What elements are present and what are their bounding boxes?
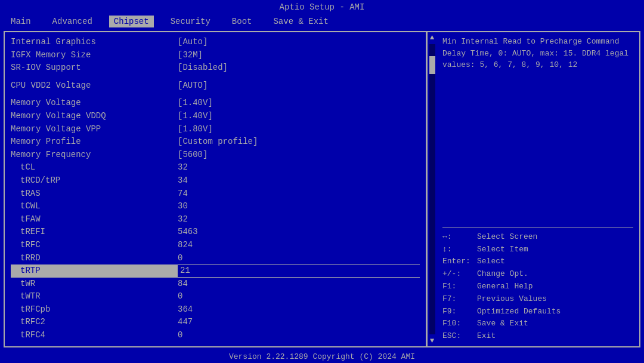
setting-row[interactable]: tREFI5463: [11, 226, 420, 239]
key-label: +/-:: [442, 268, 473, 281]
scrollbar[interactable]: ▲ ▼: [427, 32, 436, 346]
setting-value: [AUTO]: [178, 80, 420, 92]
setting-row[interactable]: tRFC40: [11, 329, 420, 342]
setting-value: 0: [178, 330, 420, 342]
setting-row[interactable]: tRFC824: [11, 239, 420, 252]
setting-row[interactable]: CPU VDD2 Voltage[AUTO]: [11, 79, 420, 93]
setting-row[interactable]: tRFCpb364: [11, 303, 420, 316]
setting-row[interactable]: Memory Profile[Custom profile]: [11, 136, 420, 149]
menu-item-advanced[interactable]: Advanced: [48, 16, 97, 27]
setting-row[interactable]: Internal Graphics[Auto]: [11, 36, 420, 49]
setting-value: 74: [178, 188, 420, 200]
key-label: ↕:: [442, 244, 473, 256]
key-help-row: Enter:Select: [442, 256, 633, 268]
title-bar: Aptio Setup - AMI: [0, 0, 644, 14]
setting-value: 34: [178, 175, 420, 187]
setting-row[interactable]: tRFC2447: [11, 316, 420, 329]
setting-value: 32: [178, 214, 420, 226]
setting-name: SR-IOV Support: [11, 62, 178, 74]
setting-name: Memory Voltage VPP: [11, 124, 178, 136]
footer-text: Version 2.22.1289 Copyright (C) 2024 AMI: [229, 352, 415, 361]
setting-name: tRRD: [11, 253, 178, 264]
key-action: Exit: [477, 330, 496, 343]
setting-row[interactable]: tCWL30: [11, 200, 420, 213]
key-help-row: ↕:Select Item: [442, 244, 633, 256]
menu-item-security[interactable]: Security: [166, 16, 215, 27]
left-panel: Internal Graphics[Auto]IGFX Memory Size[…: [5, 32, 427, 346]
menu-item-main[interactable]: Main: [6, 16, 36, 27]
setting-row[interactable]: tFAW32: [11, 213, 420, 226]
menu-bar: MainAdvancedChipsetSecurityBootSave & Ex…: [0, 14, 644, 29]
setting-name: tWTR: [11, 291, 178, 303]
key-action: Previous Values: [477, 293, 547, 306]
setting-value: 5463: [178, 226, 420, 238]
setting-row[interactable]: tRAS74: [11, 187, 420, 201]
scroll-thumb[interactable]: [429, 56, 435, 74]
key-action: Select Item: [477, 244, 528, 256]
setting-name: tCL: [11, 162, 178, 174]
menu-item-save---exit[interactable]: Save & Exit: [268, 16, 333, 27]
main-content: Internal Graphics[Auto]IGFX Memory Size[…: [4, 31, 640, 347]
scroll-track[interactable]: [429, 44, 435, 334]
scroll-down-arrow[interactable]: ▼: [430, 336, 434, 346]
setting-row[interactable]: tWTR0: [11, 290, 420, 303]
setting-value: 0: [178, 253, 420, 264]
setting-name: tREFI: [11, 226, 178, 238]
setting-value: 30: [178, 201, 420, 213]
spacer-3: [11, 75, 420, 79]
setting-row[interactable]: tRTP21: [11, 264, 420, 278]
setting-name: tRFC2: [11, 316, 178, 328]
setting-value: [5600]: [178, 149, 420, 161]
setting-name: tCWL: [11, 201, 178, 213]
setting-row[interactable]: Memory Voltage[1.40V]: [11, 97, 420, 110]
setting-row[interactable]: IGFX Memory Size[32M]: [11, 49, 420, 62]
key-label: ↔:: [442, 231, 473, 244]
setting-name: Memory Frequency: [11, 149, 178, 161]
key-help-row: F10:Save & Exit: [442, 318, 633, 330]
setting-row[interactable]: tRRD0: [11, 252, 420, 265]
help-text: Min Internal Read to Precharge Command D…: [442, 36, 633, 227]
setting-row[interactable]: Memory Frequency[5600]: [11, 149, 420, 162]
key-action: Save & Exit: [477, 318, 528, 330]
setting-row[interactable]: tCL32: [11, 161, 420, 174]
setting-name: Memory Profile: [11, 136, 178, 148]
setting-value: [1.80V]: [178, 124, 420, 136]
setting-value: [1.40V]: [178, 110, 420, 122]
footer: Version 2.22.1289 Copyright (C) 2024 AMI: [0, 350, 644, 363]
setting-row[interactable]: Memory Voltage VDDQ[1.40V]: [11, 110, 420, 123]
setting-value: 32: [178, 162, 420, 174]
key-action: General Help: [477, 281, 533, 293]
menu-item-boot[interactable]: Boot: [227, 16, 257, 27]
setting-value: 364: [178, 304, 420, 316]
setting-name: Memory Voltage VDDQ: [11, 110, 178, 122]
setting-row[interactable]: tWR84: [11, 278, 420, 291]
setting-value: [1.40V]: [178, 97, 420, 109]
menu-item-chipset[interactable]: Chipset: [109, 16, 154, 27]
key-action: Optimized Defaults: [477, 306, 561, 318]
setting-value: 824: [178, 239, 420, 251]
right-panel: Min Internal Read to Precharge Command D…: [436, 32, 639, 346]
setting-name: tFAW: [11, 214, 178, 226]
key-label: ESC:: [442, 330, 473, 343]
setting-name: tRFC4: [11, 330, 178, 342]
setting-name: tRFCpb: [11, 304, 178, 316]
setting-row[interactable]: Memory Voltage VPP[1.80V]: [11, 123, 420, 136]
setting-row[interactable]: SR-IOV Support[Disabled]: [11, 61, 420, 75]
key-action: Change Opt.: [477, 268, 528, 281]
setting-name: tRCD/tRP: [11, 175, 178, 187]
setting-row[interactable]: tRCD/tRP34: [11, 174, 420, 187]
setting-value: [Custom profile]: [178, 136, 420, 148]
setting-name: CPU VDD2 Voltage: [11, 80, 178, 92]
key-label: F1:: [442, 281, 473, 293]
key-action: Select Screen: [477, 231, 537, 244]
spacer-5: [11, 92, 420, 97]
setting-name: tRAS: [11, 188, 178, 200]
setting-value: [Auto]: [178, 36, 420, 48]
key-help-row: F9:Optimized Defaults: [442, 306, 633, 318]
key-help-row: +/-:Change Opt.: [442, 268, 633, 281]
setting-name: Internal Graphics: [11, 36, 178, 48]
setting-value: 84: [178, 278, 420, 290]
key-label: F9:: [442, 306, 473, 318]
scroll-up-arrow[interactable]: ▲: [430, 32, 434, 43]
key-help-row: ↔:Select Screen: [442, 231, 633, 244]
